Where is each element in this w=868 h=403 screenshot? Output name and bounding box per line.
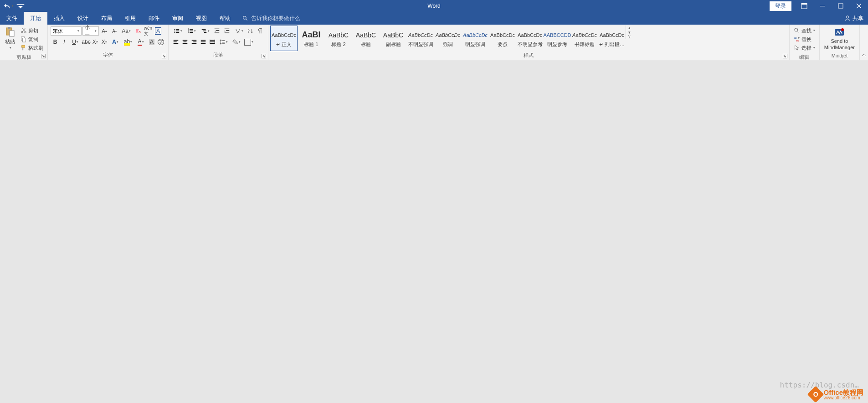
text-effects-button[interactable]: A▾: [109, 37, 122, 46]
shading-button[interactable]: ▾: [230, 37, 242, 46]
tell-me-placeholder: 告诉我你想要做什么: [251, 15, 300, 22]
title-bar: ▾ Word 登录: [0, 0, 868, 12]
character-border-button[interactable]: A: [154, 26, 163, 36]
style-item-3[interactable]: AaBbC标题: [352, 26, 380, 51]
style-preview: AaBbCcDc: [490, 29, 515, 41]
select-button[interactable]: 选择 ▾: [792, 44, 817, 52]
show-marks-button[interactable]: [256, 26, 265, 36]
paragraph-launcher[interactable]: ⬊: [262, 54, 266, 58]
tab-file[interactable]: 文件: [0, 12, 24, 25]
style-item-2[interactable]: AaBbC标题 2: [325, 26, 352, 51]
clear-formatting-button[interactable]: [134, 26, 143, 36]
align-left-button[interactable]: [171, 37, 180, 46]
grow-font-button[interactable]: A▴: [100, 26, 109, 36]
copy-icon: [21, 36, 27, 42]
increase-indent-button[interactable]: [222, 26, 231, 36]
svg-text:ab: ab: [794, 36, 797, 39]
shrink-font-button[interactable]: A▾: [110, 26, 119, 36]
gallery-scroll-up[interactable]: ▴: [626, 26, 633, 30]
style-item-10[interactable]: AABBCCDD明显参考: [544, 26, 571, 51]
numbering-button[interactable]: 123▾: [185, 26, 198, 36]
style-item-8[interactable]: AaBbCcDc要点: [489, 26, 516, 51]
tab-references[interactable]: 引用: [118, 12, 142, 25]
font-color-button[interactable]: A▾: [134, 37, 147, 46]
style-item-9[interactable]: AaBbCcDc不明显参考: [516, 26, 544, 51]
italic-button[interactable]: I: [60, 37, 69, 46]
tab-design[interactable]: 设计: [71, 12, 95, 25]
replace-label: 替换: [801, 36, 812, 43]
share-button[interactable]: 共享: [840, 12, 868, 25]
tab-mailings[interactable]: 邮件: [142, 12, 166, 25]
font-name-combo[interactable]: 宋体▾: [51, 26, 82, 36]
highlight-button[interactable]: ab▾: [122, 37, 134, 46]
tab-layout[interactable]: 布局: [95, 12, 118, 25]
close-button[interactable]: [850, 0, 868, 12]
collapse-ribbon-button[interactable]: [860, 25, 868, 60]
svg-rect-45: [192, 43, 197, 44]
style-item-6[interactable]: AaBbCcDc强调: [434, 26, 462, 51]
style-item-12[interactable]: AaBbCcDc↵ 列出段…: [598, 26, 626, 51]
style-item-7[interactable]: AaBbCcDc明显强调: [462, 26, 489, 51]
tab-review[interactable]: 审阅: [166, 12, 190, 25]
subscript-button[interactable]: X2: [91, 37, 100, 46]
style-item-5[interactable]: AaBbCcDc不明显强调: [407, 26, 434, 51]
character-shading-button[interactable]: A: [147, 37, 156, 46]
tab-home[interactable]: 开始: [24, 12, 47, 25]
styles-launcher[interactable]: ⬊: [783, 54, 787, 58]
minimize-button[interactable]: [813, 0, 832, 12]
qat-customize-button[interactable]: [15, 1, 26, 11]
justify-button[interactable]: [199, 37, 208, 46]
document-area[interactable]: https://blog.csdn… O Office教程网 www.offic…: [0, 60, 868, 403]
send-to-mindmanager-button[interactable]: Send to MindManager: [822, 26, 858, 51]
tab-insert[interactable]: 插入: [47, 12, 71, 25]
format-painter-button[interactable]: 格式刷: [19, 44, 45, 52]
undo-button[interactable]: ▾: [4, 1, 14, 11]
distributed-button[interactable]: [208, 37, 217, 46]
style-item-0[interactable]: AaBbCcDc↵ 正文: [270, 26, 298, 51]
decrease-indent-button[interactable]: [212, 26, 221, 36]
style-item-4[interactable]: AaBbC副标题: [380, 26, 407, 51]
gallery-expand[interactable]: ⊻: [626, 35, 633, 39]
bold-button[interactable]: B: [51, 37, 60, 46]
change-case-button[interactable]: Aa▾: [120, 26, 133, 36]
style-preview: AaBbCcDc: [572, 29, 597, 41]
strikethrough-button[interactable]: abc: [82, 37, 91, 46]
ribbon: 粘贴 ▾ 剪切 复制 格式刷 剪贴板 ⬊: [0, 25, 868, 60]
find-button[interactable]: 查找 ▾: [792, 26, 817, 35]
replace-button[interactable]: abac 替换: [792, 35, 817, 43]
cut-label: 剪切: [28, 27, 38, 34]
tell-me-search[interactable]: 告诉我你想要做什么: [237, 12, 306, 25]
ribbon-display-options-button[interactable]: [795, 0, 813, 12]
tab-help[interactable]: 帮助: [213, 12, 237, 25]
font-launcher[interactable]: ⬊: [162, 54, 166, 58]
align-center-button[interactable]: [180, 37, 190, 46]
sort-button[interactable]: AZ: [246, 26, 255, 36]
maximize-button[interactable]: [832, 0, 850, 12]
bullets-button[interactable]: ▾: [171, 26, 184, 36]
style-name: 标题 1: [304, 41, 318, 48]
group-font-label: 字体: [50, 51, 166, 60]
tab-view[interactable]: 视图: [190, 12, 213, 25]
cut-button[interactable]: 剪切: [19, 26, 45, 35]
style-item-11[interactable]: AaBbCcDc书籍标题: [571, 26, 598, 51]
align-right-button[interactable]: [190, 37, 199, 46]
enclose-characters-button[interactable]: 字: [156, 37, 165, 46]
svg-rect-33: [226, 30, 229, 31]
line-spacing-button[interactable]: ▾: [217, 37, 230, 46]
style-item-1[interactable]: AaBl标题 1: [298, 26, 325, 51]
underline-button[interactable]: U▾: [69, 37, 82, 46]
style-name: ↵ 列出段…: [599, 41, 625, 48]
clipboard-launcher[interactable]: ⬊: [41, 54, 46, 58]
font-size-combo[interactable]: 小一▾: [82, 26, 99, 36]
svg-rect-39: [174, 43, 179, 44]
phonetic-guide-button[interactable]: wén文: [144, 26, 153, 36]
gallery-scroll-down[interactable]: ▾: [626, 30, 633, 35]
login-button[interactable]: 登录: [770, 1, 791, 11]
multilevel-list-button[interactable]: ▾: [199, 26, 211, 36]
copy-button[interactable]: 复制: [19, 35, 45, 43]
borders-button[interactable]: ▾: [242, 37, 255, 46]
asian-layout-button[interactable]: ▾: [232, 26, 245, 36]
group-clipboard: 粘贴 ▾ 剪切 复制 格式刷 剪贴板 ⬊: [0, 25, 48, 60]
paste-button[interactable]: 粘贴 ▾: [2, 26, 18, 51]
superscript-button[interactable]: X2: [100, 37, 109, 46]
